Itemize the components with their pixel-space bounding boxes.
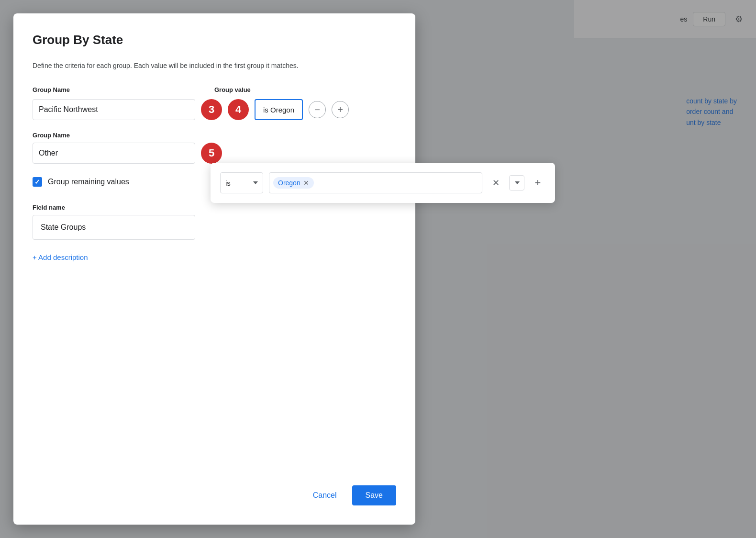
step5-badge: 5 (201, 143, 222, 164)
group2-row: Group Name 5 (33, 132, 396, 164)
value-tags-container: Oregon ✕ (269, 172, 482, 193)
group-remaining-checkbox[interactable]: ✓ (33, 177, 42, 187)
modal-footer: Cancel Save (33, 476, 396, 505)
group1-name-input[interactable] (33, 99, 195, 120)
condition-type-dropdown[interactable]: is (220, 172, 263, 193)
group1-row: Group Name Group value 3 4 is Oregon − (33, 86, 396, 120)
clear-values-button[interactable]: ✕ (488, 175, 503, 191)
step3-badge: 3 (201, 99, 222, 120)
group2-inputs: 5 (33, 143, 396, 164)
save-button[interactable]: Save (352, 485, 396, 505)
add-description-link[interactable]: + Add description (33, 253, 396, 261)
group1-value-button[interactable]: is Oregon (255, 99, 303, 120)
group2-name-input[interactable] (33, 143, 195, 164)
plus-icon: + (337, 104, 343, 115)
oregon-tag-label: Oregon (278, 179, 300, 187)
minus-icon: − (314, 104, 320, 115)
condition-type-label: is (225, 179, 231, 187)
add-condition-button[interactable]: + (530, 175, 545, 191)
group1-add-button[interactable]: + (332, 101, 349, 118)
group1-inputs: 3 4 is Oregon − + (33, 99, 396, 120)
modal-description: Define the criteria for each group. Each… (33, 61, 396, 71)
field-name-input[interactable] (33, 215, 195, 240)
expand-chevron-icon (515, 181, 520, 184)
checkmark-icon: ✓ (34, 178, 40, 186)
group1-value-text: is Oregon (263, 106, 294, 114)
step4-badge: 4 (228, 99, 249, 120)
group1-name-label: Group Name (33, 86, 195, 93)
group-by-state-modal: Group By State Define the criteria for e… (13, 13, 415, 525)
field-name-section: Field name (33, 204, 396, 253)
cancel-button[interactable]: Cancel (305, 486, 345, 504)
clear-icon: ✕ (492, 178, 500, 188)
expand-dropdown-button[interactable] (509, 175, 524, 191)
field-name-label: Field name (33, 204, 396, 211)
modal-title: Group By State (33, 33, 396, 47)
group-remaining-label: Group remaining values (48, 178, 129, 186)
add-plus-icon: + (535, 177, 541, 189)
group1-remove-button[interactable]: − (309, 101, 326, 118)
tag-remove-icon[interactable]: ✕ (303, 179, 309, 187)
oregon-tag: Oregon ✕ (273, 177, 314, 189)
group2-name-label: Group Name (33, 132, 195, 139)
group1-value-label: Group value (214, 86, 251, 93)
group-value-popover: is Oregon ✕ ✕ + (211, 163, 555, 203)
chevron-down-icon (253, 181, 258, 184)
